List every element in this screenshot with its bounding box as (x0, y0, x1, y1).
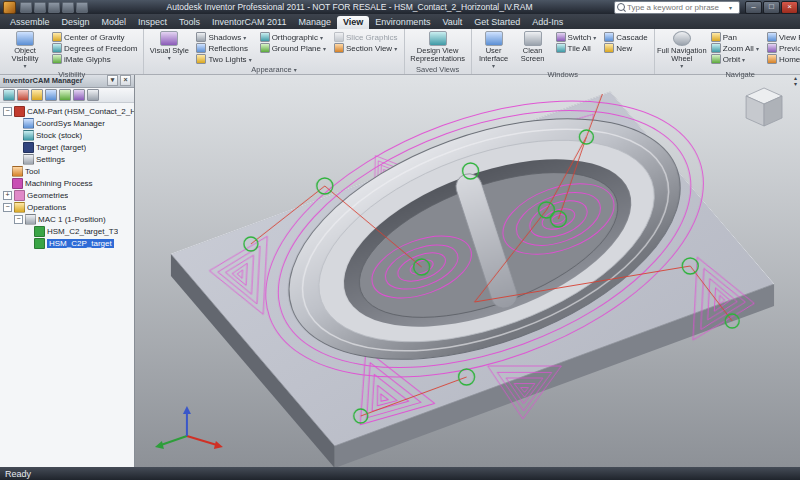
tab-get-started[interactable]: Get Started (468, 16, 526, 29)
new-window-button[interactable]: New (602, 43, 650, 53)
redo-button[interactable] (48, 2, 60, 13)
ribbon: Object Visibility ▾ Center of Gravity De… (0, 29, 800, 75)
tree-item-tool[interactable]: Tool (0, 165, 134, 177)
pan-button[interactable]: Pan (709, 32, 761, 42)
view-cube[interactable] (746, 88, 782, 126)
cascade-button[interactable]: Cascade (602, 32, 650, 42)
tab-manage[interactable]: Manage (292, 16, 337, 29)
collapse-toggle-icon[interactable]: − (3, 203, 12, 212)
tool-icon (12, 166, 23, 177)
browser-toolbar (0, 88, 134, 103)
two-lights-button[interactable]: Two Lights ▾ (194, 54, 253, 64)
undo-button[interactable] (34, 2, 46, 13)
status-text: Ready (5, 469, 31, 479)
tab-add-ins[interactable]: Add-Ins (526, 16, 569, 29)
tree-item-machining-process[interactable]: Machining Process (0, 177, 134, 189)
close-button[interactable]: × (781, 1, 798, 14)
shadows-button[interactable]: Shadows ▾ (194, 32, 253, 42)
clean-screen-button[interactable]: Clean Screen (514, 30, 552, 64)
dropdown-icon: ▾ (593, 34, 596, 41)
full-navigation-wheel-button[interactable]: Full Navigation Wheel ▾ (657, 30, 707, 70)
browser-toolbar-icon[interactable] (87, 89, 99, 101)
tab-model[interactable]: Model (96, 16, 133, 29)
imate-glyphs-button[interactable]: iMate Glyphs (50, 54, 139, 64)
previous-view-button[interactable]: Previous ▾ (765, 43, 800, 53)
browser-toolbar-icon[interactable] (73, 89, 85, 101)
orthographic-icon (260, 32, 270, 42)
ribbon-group-saved-views: Design View Representations Saved Views (405, 29, 472, 74)
tab-inspect[interactable]: Inspect (132, 16, 173, 29)
save-button[interactable] (20, 2, 32, 13)
target-icon (23, 142, 34, 153)
tab-design[interactable]: Design (56, 16, 96, 29)
tree-item-geometries[interactable]: + Geometries (0, 189, 134, 201)
browser-toolbar-icon[interactable] (3, 89, 15, 101)
user-interface-button[interactable]: User Interface ▾ (474, 30, 514, 70)
expand-toggle-icon[interactable]: + (3, 191, 12, 200)
tree-item-mac1[interactable]: − MAC 1 (1-Position) (0, 213, 134, 225)
browser-toolbar-icon[interactable] (17, 89, 29, 101)
design-view-representations-button[interactable]: Design View Representations (407, 30, 469, 64)
print-button[interactable] (62, 2, 74, 13)
pan-icon (711, 32, 721, 42)
tree-item-coordsys-manager[interactable]: CoordSys Manager (0, 117, 134, 129)
tab-view[interactable]: View (337, 16, 369, 29)
collapse-toggle-icon[interactable]: − (3, 107, 12, 116)
inventor-logo-icon[interactable] (3, 1, 16, 14)
slice-graphics-icon (334, 32, 344, 42)
dropdown-icon: ▾ (742, 56, 745, 63)
orbit-button[interactable]: Orbit ▾ (709, 54, 761, 64)
graphics-viewport[interactable]: ▴ ▾ (134, 74, 800, 467)
dropdown-icon: ▾ (320, 34, 323, 41)
browser-toolbar-icon[interactable] (59, 89, 71, 101)
reflections-button[interactable]: Reflections (194, 43, 253, 53)
reflections-icon (196, 43, 206, 53)
search-dropdown-icon[interactable]: ▾ (727, 4, 734, 11)
group-label-windows: Windows (474, 70, 652, 79)
previous-view-icon (767, 43, 777, 53)
switch-button[interactable]: Switch ▾ (554, 32, 599, 42)
tree-item-cam-part[interactable]: − CAM-Part (HSM_Contact_2_Horizontal_IV) (0, 105, 134, 117)
tab-environments[interactable]: Environments (369, 16, 436, 29)
zoom-all-button[interactable]: Zoom All ▾ (709, 43, 761, 53)
tile-all-button[interactable]: Tile All (554, 43, 599, 53)
tab-assemble[interactable]: Assemble (4, 16, 56, 29)
view-face-button[interactable]: View Face (765, 32, 800, 42)
home-view-button[interactable]: Home View (765, 54, 800, 64)
visual-style-button[interactable]: Visual Style ▾ (146, 30, 192, 62)
orthographic-button[interactable]: Orthographic ▾ (258, 32, 328, 42)
search-input[interactable] (625, 3, 727, 12)
section-view-button[interactable]: Section View ▾ (332, 43, 400, 53)
coordsys-icon (23, 118, 34, 129)
home-view-icon (767, 54, 777, 64)
browser-toolbar-icon[interactable] (31, 89, 43, 101)
object-visibility-button[interactable]: Object Visibility ▾ (2, 30, 48, 70)
collapse-toggle-icon[interactable]: − (14, 215, 23, 224)
viewport-3d-scene[interactable] (135, 74, 800, 467)
tab-vault[interactable]: Vault (436, 16, 468, 29)
settings-gear-icon (23, 154, 34, 165)
tree-item-stock[interactable]: Stock (stock) (0, 129, 134, 141)
user-interface-icon (485, 31, 503, 46)
update-button[interactable] (76, 2, 88, 13)
tree-item-operations[interactable]: − Operations (0, 201, 134, 213)
maximize-button[interactable]: □ (763, 1, 780, 14)
tree-item-hsm-c2-target-t3[interactable]: HSM_C2_target_T3 (0, 225, 134, 237)
tree-item-settings[interactable]: Settings (0, 153, 134, 165)
tab-inventorcam[interactable]: InventorCAM 2011 (206, 16, 292, 29)
minimize-button[interactable]: – (745, 1, 762, 14)
tree-item-hsm-c2p-target[interactable]: HSM_C2P_target (0, 237, 134, 249)
title-bar: Autodesk Inventor Professional 2011 - NO… (0, 0, 800, 14)
stock-icon (23, 130, 34, 141)
dropdown-icon[interactable]: ▾ (294, 66, 297, 73)
tree-item-target[interactable]: Target (target) (0, 141, 134, 153)
ribbon-tab-bar: Assemble Design Model Inspect Tools Inve… (0, 14, 800, 29)
navigation-wheel-icon (673, 31, 691, 46)
shadows-icon (196, 32, 206, 42)
ground-plane-button[interactable]: Ground Plane ▾ (258, 43, 328, 53)
tab-tools[interactable]: Tools (173, 16, 206, 29)
browser-toolbar-icon[interactable] (45, 89, 57, 101)
center-of-gravity-button[interactable]: Center of Gravity (50, 32, 139, 42)
slice-graphics-button: Slice Graphics (332, 32, 400, 42)
degrees-of-freedom-button[interactable]: Degrees of Freedom (50, 43, 139, 53)
